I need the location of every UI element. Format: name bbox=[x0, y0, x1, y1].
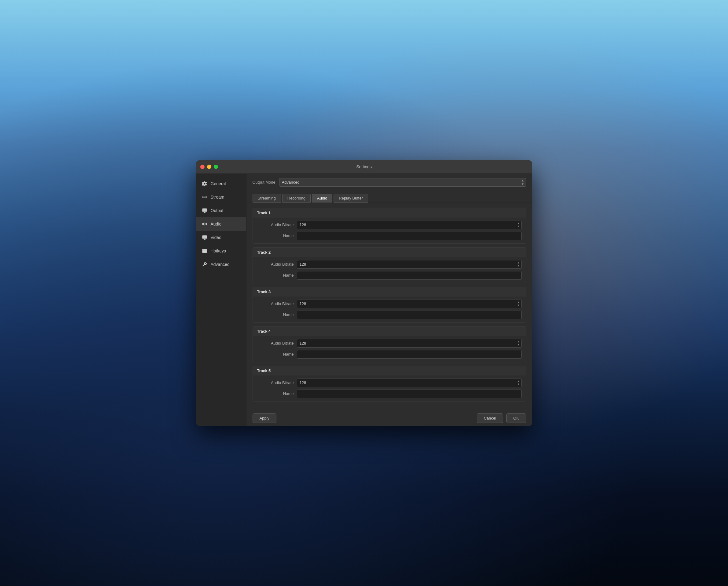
audio-icon bbox=[202, 221, 208, 227]
sidebar-item-output[interactable]: Output bbox=[196, 204, 246, 217]
sidebar-label-audio: Audio bbox=[211, 222, 222, 226]
track-3-name-row: Name bbox=[257, 311, 522, 319]
output-mode-label: Output Mode bbox=[253, 180, 276, 185]
track-1-body: Audio Bitrate 128 64 96 160 192 256 320 bbox=[253, 218, 526, 243]
track-3-name-label: Name bbox=[257, 312, 294, 317]
track-3-bitrate-row: Audio Bitrate 128 64 96 160 192 256 320 bbox=[257, 299, 522, 308]
track-5-bitrate-select[interactable]: 128 64 96 160 192 256 320 bbox=[297, 379, 522, 387]
track-1-name-label: Name bbox=[257, 234, 294, 238]
ok-button[interactable]: OK bbox=[506, 413, 526, 423]
track-1-name-wrapper bbox=[297, 231, 522, 240]
track-4-bitrate-up[interactable]: ▲ bbox=[517, 340, 520, 343]
track-5-name-wrapper bbox=[297, 390, 522, 398]
output-mode-bar: Output Mode Advanced Simple ▲ ▼ bbox=[246, 174, 532, 191]
track-3-name-input[interactable] bbox=[297, 311, 522, 319]
track-5-bitrate-spin: ▲ ▼ bbox=[517, 380, 520, 386]
track-3-bitrate-label: Audio Bitrate bbox=[257, 301, 294, 306]
tab-streaming[interactable]: Streaming bbox=[253, 194, 281, 202]
track-4-name-label: Name bbox=[257, 352, 294, 357]
track-1-bitrate-down[interactable]: ▼ bbox=[517, 225, 520, 228]
track-1-bitrate-wrapper: 128 64 96 160 192 256 320 ▲ bbox=[297, 221, 522, 229]
svg-rect-5 bbox=[202, 235, 207, 239]
track-4-name-row: Name bbox=[257, 350, 522, 359]
sidebar-item-audio[interactable]: Audio bbox=[196, 217, 246, 231]
sidebar-label-hotkeys: Hotkeys bbox=[211, 248, 226, 253]
track-4-bitrate-row: Audio Bitrate 128 64 96 160 192 256 320 bbox=[257, 339, 522, 348]
track-2-bitrate-down[interactable]: ▼ bbox=[517, 264, 520, 267]
track-4-header: Track 4 bbox=[253, 326, 526, 336]
window-body: General Stream bbox=[196, 174, 532, 426]
track-section-2: Track 2 Audio Bitrate 128 64 96 160 192 bbox=[253, 247, 526, 283]
track-3-header: Track 3 bbox=[253, 287, 526, 296]
sidebar-item-stream[interactable]: Stream bbox=[196, 190, 246, 204]
output-mode-select[interactable]: Advanced Simple bbox=[279, 178, 526, 187]
main-content: Output Mode Advanced Simple ▲ ▼ Streamin… bbox=[246, 174, 532, 426]
track-4-bitrate-select[interactable]: 128 64 96 160 192 256 320 bbox=[297, 339, 522, 348]
track-4-body: Audio Bitrate 128 64 96 160 192 256 320 bbox=[253, 336, 526, 362]
svg-rect-1 bbox=[202, 209, 207, 212]
sidebar-item-advanced[interactable]: Advanced bbox=[196, 258, 246, 271]
track-section-4: Track 4 Audio Bitrate 128 64 96 160 192 bbox=[253, 326, 526, 362]
track-3-bitrate-down[interactable]: ▼ bbox=[517, 304, 520, 307]
track-3-bitrate-up[interactable]: ▲ bbox=[517, 301, 520, 304]
track-1-name-input[interactable] bbox=[297, 231, 522, 240]
tabs-bar: Streaming Recording Audio Replay Buffer bbox=[246, 191, 532, 203]
sidebar-item-general[interactable]: General bbox=[196, 177, 246, 190]
track-3-bitrate-spin: ▲ ▼ bbox=[517, 301, 520, 307]
track-5-name-input[interactable] bbox=[297, 390, 522, 398]
track-3-bitrate-select[interactable]: 128 64 96 160 192 256 320 bbox=[297, 299, 522, 308]
svg-point-0 bbox=[204, 196, 205, 197]
svg-marker-4 bbox=[202, 222, 204, 225]
track-3-bitrate-wrapper: 128 64 96 160 192 256 320 ▲ bbox=[297, 299, 522, 308]
track-5-name-label: Name bbox=[257, 391, 294, 396]
sidebar-item-hotkeys[interactable]: Hotkeys bbox=[196, 244, 246, 258]
track-2-header: Track 2 bbox=[253, 248, 526, 257]
sidebar-label-stream: Stream bbox=[211, 195, 225, 199]
track-2-bitrate-wrapper: 128 64 96 160 192 256 320 ▲ bbox=[297, 260, 522, 269]
track-1-bitrate-row: Audio Bitrate 128 64 96 160 192 256 320 bbox=[257, 221, 522, 229]
track-4-name-input[interactable] bbox=[297, 350, 522, 359]
track-2-bitrate-select[interactable]: 128 64 96 160 192 256 320 bbox=[297, 260, 522, 269]
bottom-right-buttons: Cancel OK bbox=[477, 413, 526, 423]
track-2-bitrate-spin: ▲ ▼ bbox=[517, 261, 520, 267]
titlebar: Settings bbox=[196, 160, 532, 174]
track-2-name-wrapper bbox=[297, 271, 522, 280]
track-2-name-row: Name bbox=[257, 271, 522, 280]
track-5-bitrate-up[interactable]: ▲ bbox=[517, 380, 520, 383]
track-5-bitrate-down[interactable]: ▼ bbox=[517, 383, 520, 386]
output-icon bbox=[202, 207, 208, 214]
track-3-body: Audio Bitrate 128 64 96 160 192 256 320 bbox=[253, 296, 526, 322]
track-4-bitrate-wrapper: 128 64 96 160 192 256 320 ▲ bbox=[297, 339, 522, 348]
hotkeys-icon bbox=[202, 248, 208, 254]
maximize-button[interactable] bbox=[214, 165, 218, 169]
apply-button[interactable]: Apply bbox=[253, 413, 277, 423]
track-5-bitrate-row: Audio Bitrate 128 64 96 160 192 256 320 bbox=[257, 379, 522, 387]
stream-icon bbox=[202, 194, 208, 200]
track-5-body: Audio Bitrate 128 64 96 160 192 256 320 bbox=[253, 375, 526, 401]
close-button[interactable] bbox=[200, 165, 205, 169]
tracks-area: Track 1 Audio Bitrate 128 64 96 160 192 bbox=[246, 203, 532, 410]
track-1-bitrate-select[interactable]: 128 64 96 160 192 256 320 bbox=[297, 221, 522, 229]
track-4-bitrate-label: Audio Bitrate bbox=[257, 341, 294, 345]
sidebar-label-general: General bbox=[211, 181, 226, 186]
svg-rect-8 bbox=[202, 249, 207, 253]
track-section-1: Track 1 Audio Bitrate 128 64 96 160 192 bbox=[253, 208, 526, 244]
tab-audio[interactable]: Audio bbox=[312, 194, 332, 202]
minimize-button[interactable] bbox=[207, 165, 211, 169]
track-1-bitrate-spin: ▲ ▼ bbox=[517, 222, 520, 228]
sidebar-label-advanced: Advanced bbox=[211, 262, 230, 267]
sidebar-item-video[interactable]: Video bbox=[196, 231, 246, 244]
sidebar-label-output: Output bbox=[211, 208, 224, 213]
tab-replay-buffer[interactable]: Replay Buffer bbox=[334, 194, 368, 202]
track-2-bitrate-row: Audio Bitrate 128 64 96 160 192 256 320 bbox=[257, 260, 522, 269]
track-2-bitrate-up[interactable]: ▲ bbox=[517, 261, 520, 264]
cancel-button[interactable]: Cancel bbox=[477, 413, 503, 423]
track-5-name-row: Name bbox=[257, 390, 522, 398]
tab-recording[interactable]: Recording bbox=[282, 194, 311, 202]
track-4-bitrate-down[interactable]: ▼ bbox=[517, 343, 520, 346]
track-1-header: Track 1 bbox=[253, 208, 526, 218]
track-2-name-input[interactable] bbox=[297, 271, 522, 280]
track-3-name-wrapper bbox=[297, 311, 522, 319]
track-1-name-row: Name bbox=[257, 231, 522, 240]
track-1-bitrate-up[interactable]: ▲ bbox=[517, 222, 520, 225]
